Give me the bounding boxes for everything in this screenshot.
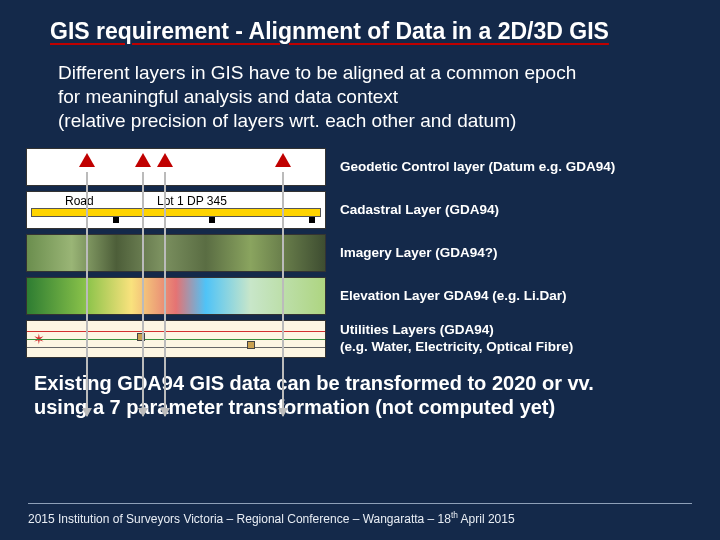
imagery-label: Imagery Layer (GDA94?) [326,245,498,262]
utilities-label-l1: Utilities Layers (GDA94) [340,322,494,337]
road-label: Road [65,194,94,208]
footer-text: 2015 Institution of Surveyors Victoria –… [28,510,515,526]
footer-sup: th [451,510,458,520]
elevation-label: Elevation Layer GDA94 (e.g. Li.Dar) [326,288,567,305]
triangle-icon [157,153,173,167]
cadastral-label: Cadastral Layer (GDA94) [326,202,499,219]
utility-line [27,331,325,332]
intro-line-2: for meaningful analysis and data context [58,86,398,107]
tick-mark [209,217,215,223]
intro-line-3: (relative precision of layers wrt. each … [58,110,516,131]
layer-utilities: ✶ Utilities Layers (GDA94) (e.g. Water, … [26,320,694,358]
conclusion-l2: using a 7 parameter transformation (not … [34,396,555,418]
conclusion-text: Existing GDA94 GIS data can be transform… [0,363,720,419]
geodetic-label: Geodetic Control layer (Datum e.g. GDA94… [326,159,615,176]
triangle-icon [79,153,95,167]
layer-geodetic: Geodetic Control layer (Datum e.g. GDA94… [26,148,694,186]
conclusion-l1: Existing GDA94 GIS data can be transform… [34,372,594,394]
utilities-label: Utilities Layers (GDA94) (e.g. Water, El… [326,322,573,356]
layer-cadastral: Road Lot 1 DP 345 Cadastral Layer (GDA94… [26,191,694,229]
layer-elevation: Elevation Layer GDA94 (e.g. Li.Dar) [26,277,694,315]
tick-mark [113,217,119,223]
slide-title: GIS requirement - Alignment of Data in a… [0,0,720,47]
layer-imagery: Imagery Layer (GDA94?) [26,234,694,272]
geodetic-graphic [26,148,326,186]
junction-box [247,341,255,349]
utilities-label-l2: (e.g. Water, Electricity, Optical Fibre) [340,339,573,354]
tick-mark [309,217,315,223]
intro-text: Different layers in GIS have to be align… [0,47,720,142]
lot-label: Lot 1 DP 345 [157,194,227,208]
footer-divider [28,503,692,504]
intro-line-1: Different layers in GIS have to be align… [58,62,576,83]
layers-stack: Geodetic Control layer (Datum e.g. GDA94… [26,148,694,358]
imagery-graphic [26,234,326,272]
triangle-icon [135,153,151,167]
utilities-graphic: ✶ [26,320,326,358]
utility-line [27,347,325,348]
footer-pre: 2015 Institution of Surveyors Victoria –… [28,512,451,526]
footer-post: April 2015 [458,512,515,526]
triangle-icon [275,153,291,167]
utility-line [27,339,325,340]
cadastral-graphic: Road Lot 1 DP 345 [26,191,326,229]
junction-box [137,333,145,341]
elevation-graphic [26,277,326,315]
